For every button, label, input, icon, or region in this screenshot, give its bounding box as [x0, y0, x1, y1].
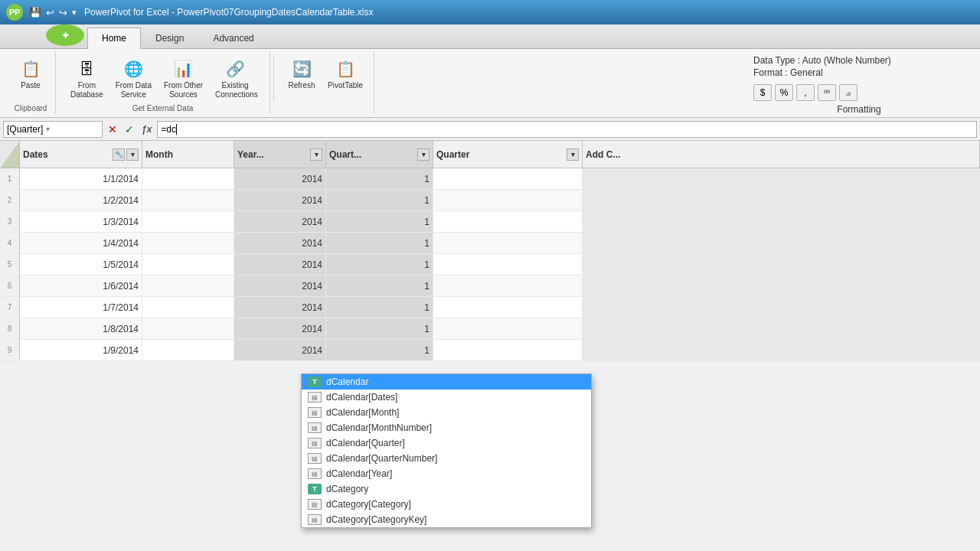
cell-month-8[interactable] [142, 318, 234, 339]
percent-button[interactable]: % [775, 84, 793, 101]
cell-quarter-8[interactable] [433, 318, 583, 339]
ac-item-dcalendar-quarternumber[interactable]: ▤ dCalendar[QuarterNumber] [302, 451, 591, 466]
cell-month-1[interactable] [142, 168, 234, 189]
comma-button[interactable]: , [796, 84, 815, 101]
cell-add-9 [583, 340, 980, 360]
ac-item-dcalendar-quarter[interactable]: ▤ dCalendar[Quarter] [302, 435, 591, 451]
cell-quart-3[interactable]: 1 [326, 211, 433, 232]
cell-quart-4[interactable]: 1 [326, 233, 433, 253]
cell-year-4[interactable]: 2014 [234, 233, 326, 253]
cell-year-2[interactable]: 2014 [234, 190, 326, 210]
cell-year-6[interactable]: 2014 [234, 276, 326, 296]
cell-quarter-1[interactable] [433, 168, 583, 189]
col-year-dropdown[interactable]: ▾ [310, 148, 322, 161]
cell-dates-2[interactable]: 1/2/2014 [20, 190, 142, 210]
from-data-service-icon: 🌐 [121, 57, 145, 81]
table-row: 1 1/1/2014 2014 1 [0, 168, 980, 190]
col-quart-dropdown[interactable]: ▾ [417, 148, 430, 161]
from-other-sources-button[interactable]: 📊 From OtherSources [159, 54, 207, 103]
cell-dates-1[interactable]: 1/1/2014 [20, 168, 142, 189]
undo-icon[interactable]: ↩ [46, 7, 54, 18]
ac-item-dcalendar-dates[interactable]: ▤ dCalendar[Dates] [302, 390, 591, 405]
cell-year-5[interactable]: 2014 [234, 254, 326, 275]
ac-label-dcalendar: dCalendar [326, 377, 368, 387]
ac-col-icon-1: ▤ [308, 392, 322, 403]
cell-month-4[interactable] [142, 233, 234, 253]
cell-quarter-2[interactable] [433, 190, 583, 210]
currency-button[interactable]: $ [753, 84, 772, 101]
cell-year-8[interactable]: 2014 [234, 318, 326, 339]
refresh-label: Refresh [288, 81, 315, 90]
cell-month-5[interactable] [142, 254, 234, 275]
insert-function-button[interactable]: ƒx [139, 122, 154, 136]
name-box-dropdown-icon[interactable]: ▾ [46, 125, 50, 133]
ac-item-dcalendar-monthnumber[interactable]: ▤ dCalendar[MonthNumber] [302, 420, 591, 435]
increase-decimal-button[interactable]: .₀ [839, 84, 858, 101]
ac-item-dcategory[interactable]: T dCategory [302, 481, 591, 497]
col-quarter-dropdown[interactable]: ▾ [567, 148, 579, 161]
cell-year-7[interactable]: 2014 [234, 297, 326, 318]
from-data-service-button[interactable]: 🌐 From DataService [111, 54, 156, 103]
cell-quarter-7[interactable] [433, 297, 583, 318]
cell-month-2[interactable] [142, 190, 234, 210]
cell-quarter-9[interactable] [433, 340, 583, 360]
cell-dates-5[interactable]: 1/5/2014 [20, 254, 142, 275]
cell-quarter-5[interactable] [433, 254, 583, 275]
existing-connections-button[interactable]: 🔗 ExistingConnections [211, 54, 260, 103]
save-icon[interactable]: 💾 [29, 7, 41, 18]
clipboard-group: 📋 Paste Clipboard [6, 52, 56, 114]
cell-dates-9[interactable]: 1/9/2014 [20, 340, 142, 360]
cell-dates-6[interactable]: 1/6/2014 [20, 276, 142, 296]
cell-month-7[interactable] [142, 297, 234, 318]
tab-advanced[interactable]: Advanced [198, 28, 268, 48]
tab-home[interactable]: Home [87, 28, 141, 49]
cancel-formula-button[interactable]: ✕ [106, 122, 119, 137]
ac-item-dcalendar[interactable]: T dCalendar [302, 374, 591, 390]
row-num: 7 [0, 297, 20, 318]
col-dates-dropdown[interactable]: ▾ [126, 148, 139, 161]
ac-item-dcategory-categorykey[interactable]: ▤ dCategory[CategoryKey] [302, 512, 591, 527]
cell-year-1[interactable]: 2014 [234, 168, 326, 189]
formula-input[interactable]: =dc [157, 121, 977, 138]
format-label: Format : General [753, 67, 823, 78]
cell-dates-4[interactable]: 1/4/2014 [20, 233, 142, 253]
ac-label-dcalendar-quarternumber: dCalendar[QuarterNumber] [326, 453, 437, 464]
pivot-table-button[interactable]: 📋 PivotTable [323, 54, 368, 93]
row-num: 4 [0, 233, 20, 253]
cell-month-9[interactable] [142, 340, 234, 360]
ac-item-dcalendar-year[interactable]: ▤ dCalendar[Year] [302, 466, 591, 481]
confirm-formula-button[interactable]: ✓ [122, 122, 136, 137]
cell-dates-8[interactable]: 1/8/2014 [20, 318, 142, 339]
cell-quart-1[interactable]: 1 [326, 168, 433, 189]
cell-quart-9[interactable]: 1 [326, 340, 433, 360]
name-box[interactable]: [Quarter] ▾ [3, 121, 103, 138]
cell-dates-3[interactable]: 1/3/2014 [20, 211, 142, 232]
tab-design[interactable]: Design [141, 28, 198, 48]
cell-add-8 [583, 318, 980, 339]
cell-month-6[interactable] [142, 276, 234, 296]
cell-month-3[interactable] [142, 211, 234, 232]
cell-quarter-3[interactable] [433, 211, 583, 232]
cell-quart-7[interactable]: 1 [326, 297, 433, 318]
paste-button[interactable]: 📋 Paste [12, 54, 49, 93]
decrease-decimal-button[interactable]: ⁰⁰ [818, 84, 836, 101]
cell-quart-8[interactable]: 1 [326, 318, 433, 339]
ac-col-icon-8: ▤ [308, 514, 322, 525]
cell-quart-5[interactable]: 1 [326, 254, 433, 275]
cell-quarter-6[interactable] [433, 276, 583, 296]
from-database-button[interactable]: 🗄 FromDatabase [66, 54, 108, 103]
cell-year-9[interactable]: 2014 [234, 340, 326, 360]
office-button[interactable]: ✦ [46, 24, 84, 46]
cell-quart-2[interactable]: 1 [326, 190, 433, 210]
ac-item-dcategory-category[interactable]: ▤ dCategory[Category] [302, 497, 591, 512]
cell-quart-6[interactable]: 1 [326, 276, 433, 296]
paste-label: Paste [21, 81, 41, 90]
get-external-data-group: 🗄 FromDatabase 🌐 From DataService 📊 From… [56, 52, 270, 114]
cell-dates-7[interactable]: 1/7/2014 [20, 297, 142, 318]
redo-icon[interactable]: ↪ [59, 7, 67, 18]
refresh-button[interactable]: 🔄 Refresh [283, 54, 320, 93]
col-dates-filter[interactable]: 🔧 [113, 148, 125, 161]
ac-item-dcalendar-month[interactable]: ▤ dCalendar[Month] [302, 405, 591, 420]
cell-year-3[interactable]: 2014 [234, 211, 326, 232]
cell-quarter-4[interactable] [433, 233, 583, 253]
